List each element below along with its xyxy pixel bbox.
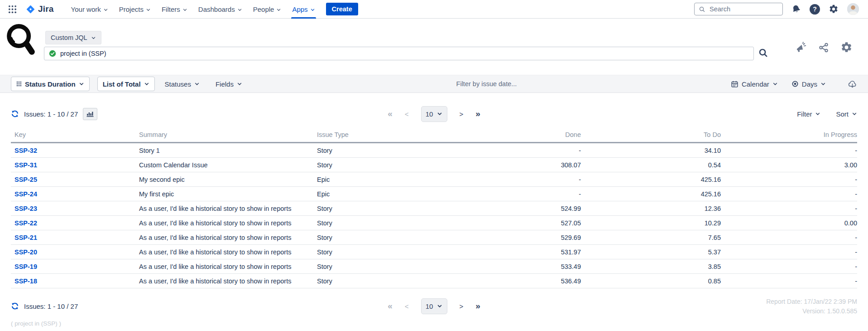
filter-dropdown[interactable]: Filter [797, 110, 820, 118]
issue-key-cell: SSP-20 [11, 245, 139, 259]
report-version: Version: 1.50.0.585 [802, 307, 857, 315]
refresh-icon[interactable] [11, 302, 19, 310]
sort-dropdown[interactable]: Sort [836, 110, 857, 118]
refresh-icon[interactable] [11, 110, 19, 118]
table-row: SSP-21 As a user, I'd like a historical … [11, 230, 857, 245]
issue-key-link[interactable]: SSP-31 [14, 161, 37, 169]
todo-value-cell: 0.54 [581, 158, 721, 172]
issue-key-link[interactable]: SSP-21 [14, 234, 37, 241]
issue-key-link[interactable]: SSP-32 [14, 147, 37, 154]
table-row: SSP-18 As a user, I'd like a historical … [11, 274, 857, 288]
filter-sort-group: Filter Sort [480, 110, 857, 118]
issue-summary-cell: My first epic [139, 187, 317, 201]
nav-item-apps[interactable]: Apps [287, 0, 320, 19]
create-button[interactable]: Create [326, 3, 358, 15]
table-row: SSP-19 As a user, I'd like a historical … [11, 259, 857, 274]
issue-key-link[interactable]: SSP-22 [14, 219, 37, 227]
pagination-next-button[interactable]: > [460, 302, 464, 310]
report-date: Report Date: 17/Jan/22 2:39 PM [766, 298, 857, 305]
done-value-cell: - [445, 143, 581, 158]
magnifier-logo [6, 23, 36, 59]
fields-dropdown[interactable]: Fields [216, 80, 242, 88]
share-icon[interactable] [818, 42, 829, 53]
report-type-button[interactable]: Status Duration [11, 77, 90, 91]
todo-value-cell: 3.85 [581, 259, 721, 274]
issues-count-group: Issues: 1 - 10 / 27 [11, 108, 388, 120]
done-value-cell: - [445, 187, 581, 201]
table-row: SSP-22 As a user, I'd like a historical … [11, 216, 857, 230]
done-value-cell: 529.69 [445, 230, 581, 245]
chart-toggle-button[interactable] [83, 108, 97, 120]
calendar-dropdown[interactable]: Calendar [731, 80, 778, 88]
issue-key-link[interactable]: SSP-24 [14, 190, 37, 198]
app-switcher-icon[interactable] [8, 5, 17, 14]
issue-key-link[interactable]: SSP-19 [14, 263, 37, 270]
page-size-select[interactable]: 10 [421, 298, 447, 314]
search-icon [699, 6, 705, 13]
pagination-last-button[interactable]: » [475, 109, 480, 119]
report-meta: Report Date: 17/Jan/22 2:39 PM Version: … [480, 298, 857, 315]
pagination-prev-button[interactable]: < [405, 302, 409, 310]
column-header-in-progress[interactable]: In Progress [721, 131, 857, 143]
nav-item-your-work[interactable]: Your work [66, 0, 114, 19]
issue-key-link[interactable]: SSP-20 [14, 248, 37, 256]
done-value-cell: 536.49 [445, 274, 581, 288]
jira-logo[interactable]: Jira [26, 4, 54, 14]
issue-key-link[interactable]: SSP-25 [14, 176, 37, 183]
todo-value-cell: 0.85 [581, 274, 721, 288]
column-header-key[interactable]: Key [11, 131, 139, 143]
table-header-row: Key Summary Issue Type Done To Do In Pro… [11, 131, 857, 143]
report-settings-icon[interactable] [840, 41, 853, 54]
nav-item-dashboards[interactable]: Dashboards [193, 0, 248, 19]
column-header-todo[interactable]: To Do [581, 131, 721, 143]
jql-search-icon[interactable] [758, 48, 768, 58]
list-controls-top: Issues: 1 - 10 / 27 « < 10 > » Filter So… [0, 103, 868, 125]
nav-item-people[interactable]: People [248, 0, 287, 19]
query-mode-button[interactable]: Custom JQL [45, 31, 101, 44]
issue-type-cell: Story [317, 216, 445, 230]
issue-summary-cell: As a user, I'd like a historical story t… [139, 259, 317, 274]
issue-key-cell: SSP-23 [11, 201, 139, 216]
issue-summary-cell: Custom Calendar Issue [139, 158, 317, 172]
pagination-prev-button[interactable]: < [405, 110, 409, 118]
nav-item-projects[interactable]: Projects [114, 0, 156, 19]
pagination-first-button[interactable]: « [388, 301, 393, 311]
issues-count-group-bottom: Issues: 1 - 10 / 27 [11, 302, 388, 310]
issue-key-link[interactable]: SSP-23 [14, 205, 37, 212]
column-header-issue-type[interactable]: Issue Type [317, 131, 445, 143]
search-input[interactable] [709, 5, 778, 13]
in-progress-value-cell: 0.00 [721, 216, 857, 230]
table-row: SSP-25 My second epic Epic - 425.16 - [11, 172, 857, 187]
issue-key-link[interactable]: SSP-18 [14, 277, 37, 285]
pagination-last-button[interactable]: » [475, 301, 480, 311]
top-nav: Jira Your work Projects Filters Dashboar… [0, 0, 868, 19]
jira-logo-icon [26, 5, 35, 14]
done-value-cell: 533.49 [445, 259, 581, 274]
issues-count: Issues: 1 - 10 / 27 [24, 110, 78, 118]
issue-key-cell: SSP-25 [11, 172, 139, 187]
jira-logo-text: Jira [38, 4, 54, 14]
page-size-select[interactable]: 10 [421, 106, 447, 122]
view-mode-button[interactable]: List of Total [97, 77, 155, 91]
statuses-dropdown[interactable]: Statuses [165, 80, 200, 88]
avatar[interactable] [847, 3, 859, 15]
toolbar-left: Status Duration List of Total Statuses F… [11, 77, 242, 91]
toolbar-right: Calendar Days [731, 79, 857, 89]
notifications-icon[interactable] [791, 3, 802, 15]
column-header-summary[interactable]: Summary [139, 131, 317, 143]
issue-date-filter[interactable]: Filter by issue date... [242, 80, 731, 88]
pagination-first-button[interactable]: « [388, 109, 393, 119]
issue-key-cell: SSP-22 [11, 216, 139, 230]
jql-input[interactable]: project in (SSP) [44, 47, 754, 60]
help-icon[interactable]: ? [810, 4, 820, 15]
pagination-next-button[interactable]: > [460, 110, 464, 118]
days-dropdown[interactable]: Days [791, 80, 826, 88]
nav-item-filters[interactable]: Filters [156, 0, 193, 19]
column-header-done[interactable]: Done [445, 131, 581, 143]
settings-icon[interactable] [829, 4, 839, 14]
nav-right-group: ? [694, 3, 859, 15]
pagination-bottom: « < 10 > » [388, 298, 480, 314]
announcement-icon[interactable] [795, 41, 807, 54]
global-search[interactable] [694, 3, 783, 15]
export-icon[interactable] [848, 79, 857, 89]
